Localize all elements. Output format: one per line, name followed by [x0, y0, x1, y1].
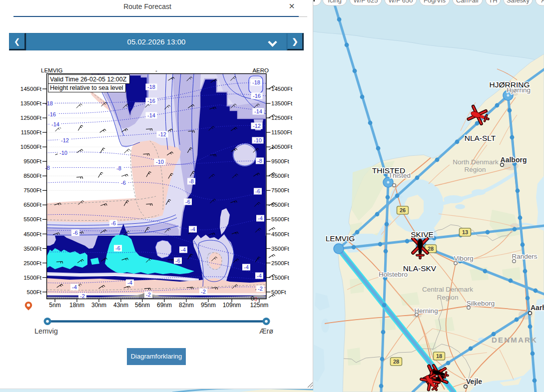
svg-text:-12: -12 — [253, 123, 261, 129]
svg-text:-6: -6 — [111, 220, 116, 226]
svg-text:28: 28 — [393, 359, 399, 365]
svg-text:-18: -18 — [252, 79, 260, 85]
svg-text:2500Ft: 2500Ft — [23, 260, 42, 266]
svg-text:11500Ft: 11500Ft — [271, 129, 292, 135]
svg-text:HJØRRING: HJØRRING — [490, 80, 530, 89]
svg-text:-2: -2 — [80, 293, 85, 299]
svg-text:-4: -4 — [127, 280, 132, 286]
svg-text:69nm: 69nm — [157, 302, 172, 309]
svg-text:Aalborg: Aalborg — [501, 156, 527, 164]
svg-text:-16: -16 — [253, 93, 261, 99]
svg-text:-2: -2 — [146, 292, 151, 298]
svg-text:-: - — [155, 67, 157, 73]
svg-text:Cam-air: Cam-air — [456, 0, 480, 4]
svg-text:3500Ft: 3500Ft — [23, 246, 42, 252]
svg-text:9500Ft: 9500Ft — [271, 158, 290, 164]
svg-text:-16: -16 — [147, 98, 155, 104]
svg-text:8500Ft: 8500Ft — [23, 173, 42, 179]
svg-text:Height relative to sea level: Height relative to sea level — [50, 84, 123, 91]
svg-text:-4: -4 — [258, 215, 263, 221]
svg-text:W/F 650: W/F 650 — [388, 0, 413, 4]
svg-text:Region: Region — [465, 166, 486, 173]
svg-text:26: 26 — [400, 207, 406, 213]
svg-text:SKIVE: SKIVE — [411, 230, 434, 239]
svg-text:-6: -6 — [73, 230, 78, 236]
svg-text:-10: -10 — [59, 150, 67, 156]
svg-text:AERO: AERO — [252, 67, 269, 73]
svg-text:6500Ft: 6500Ft — [271, 202, 290, 208]
svg-text:125nm: 125nm — [250, 302, 269, 309]
svg-text:12500Ft: 12500Ft — [20, 115, 42, 121]
svg-text:AIS: AIS — [542, 0, 544, 4]
svg-text:14500Ft: 14500Ft — [20, 86, 42, 92]
svg-text:Central Denmark: Central Denmark — [422, 286, 473, 293]
svg-text:2500Ft: 2500Ft — [271, 260, 290, 266]
svg-text:Silkeborg: Silkeborg — [467, 300, 495, 307]
svg-text:THISTED: THISTED — [372, 166, 405, 175]
svg-text:-14: -14 — [254, 108, 262, 114]
svg-text:NLA-SLT: NLA-SLT — [465, 134, 496, 142]
svg-text:-2: -2 — [258, 286, 263, 292]
svg-text:500Ft: 500Ft — [27, 289, 42, 295]
svg-text:5500Ft: 5500Ft — [271, 216, 290, 222]
svg-text:-6: -6 — [255, 188, 260, 194]
svg-text:-12: -12 — [158, 131, 166, 137]
svg-text:1500Ft: 1500Ft — [271, 275, 290, 281]
svg-text:500Ft: 500Ft — [271, 289, 286, 295]
svg-text:82nm: 82nm — [179, 302, 194, 309]
svg-text:8500Ft: 8500Ft — [271, 173, 290, 179]
svg-text:3500Ft: 3500Ft — [271, 246, 290, 252]
svg-text:-18: -18 — [147, 84, 155, 90]
svg-text:13500Ft: 13500Ft — [20, 100, 42, 106]
svg-text:-4: -4 — [257, 273, 262, 279]
svg-text:-4: -4 — [181, 247, 186, 253]
svg-text:7500Ft: 7500Ft — [271, 187, 290, 193]
svg-text:Randers: Randers — [512, 253, 537, 260]
svg-text:28: 28 — [428, 246, 434, 252]
svg-text:56nm: 56nm — [135, 302, 150, 309]
svg-text:Icing: Icing — [328, 0, 341, 4]
svg-text:4500Ft: 4500Ft — [271, 231, 290, 237]
svg-text:-4: -4 — [190, 226, 195, 232]
svg-text:18: 18 — [436, 353, 442, 359]
svg-text:6500Ft: 6500Ft — [23, 202, 42, 208]
svg-text:-6: -6 — [115, 245, 120, 251]
svg-text:-10: -10 — [156, 159, 164, 165]
svg-text:Vejle: Vejle — [466, 378, 482, 386]
svg-text:-2: -2 — [201, 289, 206, 295]
svg-text:-8: -8 — [116, 165, 121, 171]
svg-text:Viborg: Viborg — [454, 255, 474, 262]
svg-text:-16: -16 — [48, 111, 56, 117]
svg-text:-12: -12 — [61, 137, 69, 143]
svg-text:Fog/Vis: Fog/Vis — [424, 0, 446, 4]
svg-text:LEMVIG: LEMVIG — [41, 67, 63, 73]
svg-text:Safesky: Safesky — [507, 0, 530, 4]
svg-text:10500Ft: 10500Ft — [20, 144, 42, 150]
svg-text:-6: -6 — [185, 199, 190, 205]
svg-text:13: 13 — [462, 229, 468, 235]
svg-text:LEMVIG: LEMVIG — [326, 234, 355, 243]
svg-text:DENMARK: DENMARK — [492, 336, 538, 344]
svg-text:1500Ft: 1500Ft — [23, 275, 42, 281]
svg-text:10500Ft: 10500Ft — [271, 144, 293, 150]
svg-text:5nm: 5nm — [49, 302, 60, 309]
svg-text:14500Ft: 14500Ft — [271, 86, 293, 92]
svg-text:North Denmark: North Denmark — [453, 158, 499, 166]
svg-text:18nm: 18nm — [69, 302, 84, 309]
svg-text:-14: -14 — [147, 112, 155, 118]
svg-text:-8: -8 — [45, 165, 50, 171]
svg-text:11500Ft: 11500Ft — [21, 129, 42, 135]
svg-text:-6: -6 — [121, 180, 126, 186]
svg-text:Aarhu: Aarhu — [531, 304, 544, 312]
svg-text:-8: -8 — [189, 178, 194, 184]
svg-text:Region: Region — [437, 294, 459, 301]
svg-text:Valid Time 26-02-05 12:00Z: Valid Time 26-02-05 12:00Z — [50, 76, 127, 83]
svg-text:109nm: 109nm — [223, 302, 241, 309]
svg-text:9500Ft: 9500Ft — [23, 158, 42, 164]
svg-text:-10: -10 — [254, 137, 262, 143]
svg-text:NLA-SKV: NLA-SKV — [403, 264, 437, 273]
svg-text:-6: -6 — [175, 258, 180, 264]
svg-text:-4: -4 — [244, 264, 249, 270]
svg-text:-14: -14 — [51, 121, 59, 127]
svg-text:13500Ft: 13500Ft — [271, 100, 293, 106]
